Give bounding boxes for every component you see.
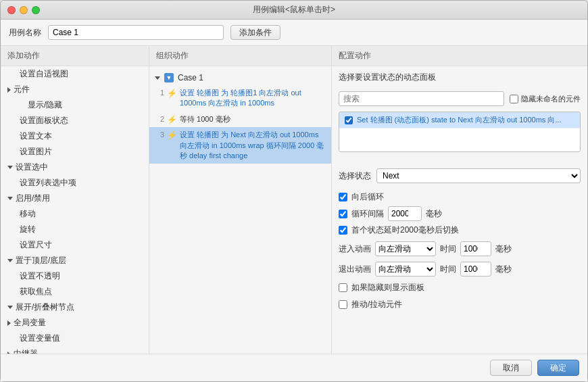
show-if-hidden-label: 如果隐藏则显示面板 (351, 282, 424, 293)
exit-time-unit: 毫秒 (495, 264, 512, 275)
maximize-button[interactable] (32, 6, 40, 14)
show-if-hidden-checkbox[interactable] (339, 283, 347, 292)
window-controls[interactable] (7, 6, 40, 14)
loop-interval-input[interactable] (388, 206, 422, 221)
loop-option[interactable]: 向后循环 (339, 191, 581, 203)
loop-interval-checkbox[interactable] (339, 210, 347, 218)
exit-anim-row: 退出动画 向左滑动 时间 毫秒 (339, 262, 581, 277)
loop-checkbox[interactable] (339, 193, 347, 201)
sidebar-item-set-adaptive-view[interactable]: 设置自适视图 (1, 66, 149, 82)
case-type-icon: ▼ (164, 73, 174, 82)
enter-anim-select[interactable]: 向左滑动 (375, 241, 436, 256)
action-icon-1: ⚡ (167, 89, 177, 98)
first-delay-checkbox[interactable] (339, 226, 347, 235)
state-list-item[interactable]: Set 轮播图 (动态面板) state to Next 向左滑动 out 10… (339, 112, 580, 128)
action-text-2: 等待 1000 毫秒 (180, 114, 326, 124)
sidebar-group-set-layer-label: 置于顶层/底层 (16, 255, 66, 266)
triangle-expand-collapse-icon (7, 306, 13, 309)
sidebar-group-element-label: 元件 (14, 84, 30, 95)
show-if-hidden-option[interactable]: 如果隐藏则显示面板 (339, 282, 581, 293)
exit-anim-label: 退出动画 (339, 264, 371, 275)
state-dropdown[interactable]: Next Previous State 1 (376, 168, 581, 183)
first-delay-label: 首个状态延时2000毫秒后切换 (351, 224, 459, 236)
enter-time-input[interactable] (460, 241, 491, 256)
action-text-1: 设置 轮播图 为 轮播图1 向左滑动 out 1000ms 向左滑动 in 10… (180, 88, 326, 109)
exit-time-input[interactable] (460, 262, 491, 277)
case-name-input[interactable] (48, 25, 224, 40)
case-name-label: Case 1 (178, 73, 203, 82)
sidebar-item-set-var[interactable]: 设置变量值 (1, 331, 149, 346)
confirm-button[interactable]: 确定 (537, 360, 579, 376)
action-num-3: 3 (155, 130, 164, 139)
sidebar-group-expand-collapse[interactable]: 展开/折叠树节点 (1, 300, 149, 315)
push-pull-option[interactable]: 推动/拉动元件 (339, 299, 581, 310)
left-panel-header: 添加动作 (1, 46, 149, 66)
toolbar: 用例名称 添加条件 (1, 20, 587, 46)
action-num-1: 1 (155, 89, 164, 97)
sidebar-item-set-list-selected[interactable]: 设置列表选中项 (1, 175, 149, 191)
sidebar-item-move[interactable]: 移动 (1, 206, 149, 222)
sidebar-item-set-size[interactable]: 设置尺寸 (1, 237, 149, 253)
case-triangle-icon (155, 76, 160, 80)
mid-panel: 组织动作 ▼ Case 1 1 ⚡ 设置 轮播图 为 轮播图1 向左滑动 out… (149, 46, 332, 354)
exit-time-label: 时间 (440, 264, 456, 275)
hide-unnamed-label[interactable]: 隐藏未命名的元件 (510, 94, 581, 104)
search-input[interactable] (339, 91, 504, 106)
triangle-element-icon (7, 87, 11, 93)
state-item-checkbox[interactable] (345, 116, 353, 124)
loop-interval-unit: 毫秒 (426, 208, 442, 220)
cancel-button[interactable]: 取消 (490, 360, 532, 376)
options-section: 向后循环 循环间隔 毫秒 首个状态延时2000毫秒后切换 (339, 191, 581, 236)
left-panel: 添加动作 设置自适视图 元件 显示/隐藏 设置面板状态 设置文本 设置图片 设置… (1, 46, 149, 354)
right-panel-content: 选择要设置状态的动态面板 隐藏未命名的元件 Set 轮播图 (动态面板) sta… (332, 66, 587, 354)
sidebar-item-set-image[interactable]: 设置图片 (1, 144, 149, 160)
enter-time-label: 时间 (440, 243, 456, 255)
sidebar-group-relay[interactable]: 中继器 (1, 346, 149, 354)
triangle-enable-disable-icon (7, 197, 13, 200)
action-row-2[interactable]: 2 ⚡ 等待 1000 毫秒 (149, 112, 331, 127)
sidebar-group-global-var-label: 全局变量 (14, 317, 46, 329)
sidebar-group-set-layer[interactable]: 置于顶层/底层 (1, 253, 149, 268)
mid-panel-content: ▼ Case 1 1 ⚡ 设置 轮播图 为 轮播图1 向左滑动 out 1000… (149, 66, 331, 354)
action-row-3[interactable]: 3 ⚡ 设置 轮播图 为 Next 向左滑动 out 1000ms 向左滑动 i… (149, 127, 331, 164)
window-title: 用例编辑<鼠标单击时> (253, 4, 335, 16)
sidebar-item-rotate[interactable]: 旋转 (1, 222, 149, 237)
sidebar-item-set-panel-state[interactable]: 设置面板状态 (1, 113, 149, 128)
select-state-label: 选择状态 (339, 170, 371, 182)
sidebar-group-relay-label: 中继器 (14, 348, 38, 354)
loop-interval-option[interactable]: 循环间隔 毫秒 (339, 206, 581, 221)
add-condition-button[interactable]: 添加条件 (230, 25, 280, 40)
sidebar-group-enable-disable[interactable]: 启用/禁用 (1, 191, 149, 206)
sidebar-item-show-hide[interactable]: 显示/隐藏 (1, 97, 149, 113)
action-row-1[interactable]: 1 ⚡ 设置 轮播图 为 轮播图1 向左滑动 out 1000ms 向左滑动 i… (149, 85, 331, 112)
minimize-button[interactable] (20, 6, 28, 14)
sidebar-item-set-text[interactable]: 设置文本 (1, 128, 149, 144)
sidebar-group-global-var[interactable]: 全局变量 (1, 315, 149, 331)
state-list: Set 轮播图 (动态面板) state to Next 向左滑动 out 10… (339, 112, 581, 152)
sidebar-group-element[interactable]: 元件 (1, 82, 149, 97)
loop-interval-label: 循环间隔 (351, 208, 384, 220)
right-panel-header: 配置动作 (332, 46, 587, 66)
select-state-row: 选择状态 Next Previous State 1 (339, 168, 581, 183)
action-num-2: 2 (155, 115, 164, 123)
hide-unnamed-checkbox[interactable] (510, 95, 518, 103)
triangle-global-var-icon (7, 320, 11, 326)
bottom-bar: 取消 确定 (1, 354, 587, 381)
sidebar-group-set-selected[interactable]: 设置选中 (1, 160, 149, 175)
sidebar-item-set-opacity[interactable]: 设置不透明 (1, 268, 149, 284)
loop-label: 向后循环 (351, 191, 384, 203)
case-name-label: 用例名称 (9, 27, 41, 39)
state-item-text: Set 轮播图 (动态面板) state to Next 向左滑动 out 10… (357, 115, 562, 125)
triangle-set-layer-icon (7, 259, 13, 262)
select-panel-label: 选择要设置状态的动态面板 (339, 72, 581, 83)
action-icon-3: ⚡ (167, 130, 177, 140)
action-icon-2: ⚡ (167, 115, 177, 124)
close-button[interactable] (7, 6, 16, 14)
exit-anim-select[interactable]: 向左滑动 (375, 262, 436, 277)
push-pull-checkbox[interactable] (339, 300, 347, 309)
sidebar-item-get-focus[interactable]: 获取焦点 (1, 284, 149, 300)
enter-anim-label: 进入动画 (339, 243, 371, 255)
enter-anim-row: 进入动画 向左滑动 时间 毫秒 (339, 241, 581, 256)
first-delay-option[interactable]: 首个状态延时2000毫秒后切换 (339, 224, 581, 236)
sidebar-group-set-selected-label: 设置选中 (16, 162, 48, 173)
